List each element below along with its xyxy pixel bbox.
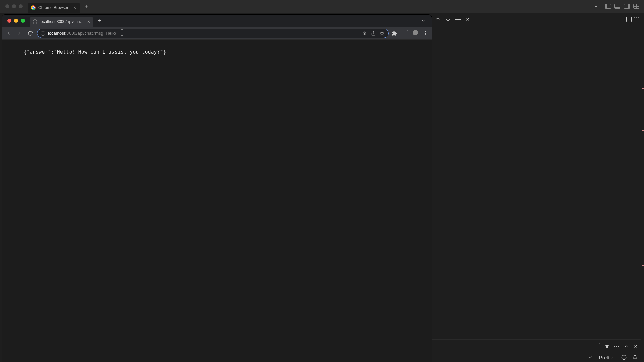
address-bar[interactable]: i localhost:3000/api/chat?msg=Hello <box>37 29 389 38</box>
right-panel-lower-toolbar <box>432 339 641 353</box>
close-icon[interactable]: × <box>73 5 76 10</box>
outer-titlebar: Chrome Browser × + <box>0 0 644 13</box>
url-text: localhost:3000/api/chat?msg=Hello <box>48 31 116 36</box>
layout-grid-icon[interactable] <box>633 4 639 9</box>
reload-button[interactable] <box>26 29 34 37</box>
panel-more-icon[interactable] <box>634 17 639 18</box>
forward-button[interactable] <box>15 29 24 37</box>
chrome-icon <box>31 5 36 10</box>
close-panel-icon[interactable] <box>465 17 470 22</box>
svg-marker-5 <box>380 31 384 35</box>
site-info-icon[interactable]: i <box>41 31 45 36</box>
browser-tab-label: localhost:3000/api/chat?msg= <box>40 19 85 24</box>
outer-tab-chrome[interactable]: Chrome Browser × <box>28 3 80 13</box>
prettier-status[interactable]: Prettier <box>599 355 615 360</box>
more-actions-icon[interactable] <box>614 346 619 347</box>
close-window-button[interactable] <box>7 19 11 23</box>
browser-tabs-dropdown[interactable] <box>418 18 429 23</box>
back-button[interactable] <box>5 29 13 37</box>
close-lower-panel-icon[interactable] <box>633 344 638 349</box>
close-tab-icon[interactable]: × <box>87 19 90 25</box>
check-icon <box>588 355 593 360</box>
svg-line-3 <box>366 34 367 35</box>
bell-icon[interactable] <box>633 355 637 360</box>
maximize-window-button[interactable] <box>21 19 25 23</box>
feedback-icon[interactable] <box>621 355 627 360</box>
page-body: {"answer":"Hello! How can I assist you t… <box>2 40 432 362</box>
minimap-marker <box>642 130 644 131</box>
toggle-bottom-panel-icon[interactable] <box>614 4 620 9</box>
profile-avatar-icon[interactable] <box>412 30 419 36</box>
browser-traffic-lights <box>5 19 28 23</box>
minimize-window-button[interactable] <box>14 19 18 23</box>
extensions-icon[interactable] <box>392 31 399 36</box>
globe-icon <box>33 19 37 24</box>
menu-icon[interactable] <box>455 18 461 21</box>
browser-toolbar: i localhost:3000/api/chat?msg=Hello <box>2 27 432 40</box>
status-bar: Prettier <box>432 353 641 362</box>
toggle-left-panel-icon[interactable] <box>605 4 611 9</box>
chrome-menu-icon[interactable] <box>422 31 429 35</box>
minimap-marker <box>642 265 644 266</box>
maximize-dot-icon[interactable] <box>19 4 23 8</box>
minimize-dot-icon[interactable] <box>12 4 16 8</box>
share-icon[interactable] <box>370 31 376 36</box>
outer-tab-label: Chrome Browser <box>38 5 68 10</box>
close-dot-icon[interactable] <box>5 4 9 8</box>
arrow-down-icon[interactable] <box>445 17 451 22</box>
browser-new-tab-button[interactable]: + <box>95 17 104 25</box>
tabs-dropdown-button[interactable] <box>591 4 601 9</box>
browser-window: localhost:3000/api/chat?msg= × + i local… <box>2 15 432 362</box>
layout-controls <box>603 4 641 9</box>
outer-traffic-lights <box>3 4 26 8</box>
response-text: {"answer":"Hello! How can I assist you t… <box>24 49 166 55</box>
panel-layout-icon[interactable] <box>626 17 632 24</box>
right-panel-top-toolbar <box>432 15 641 39</box>
browser-tabstrip: localhost:3000/api/chat?msg= × + <box>2 15 432 27</box>
split-panel-icon[interactable] <box>595 343 600 350</box>
chevron-up-icon[interactable] <box>624 344 629 349</box>
arrow-up-icon[interactable] <box>435 17 441 22</box>
browser-tab-localhost[interactable]: localhost:3000/api/chat?msg= × <box>30 17 93 27</box>
zoom-icon[interactable] <box>362 31 368 36</box>
svg-point-12 <box>622 355 626 359</box>
outer-new-tab-button[interactable]: + <box>82 2 90 11</box>
right-side-panel: Prettier <box>432 15 641 362</box>
minimap-marker <box>642 88 644 89</box>
bookmark-star-icon[interactable] <box>379 31 385 36</box>
toggle-right-panel-icon[interactable] <box>624 4 630 9</box>
trash-icon[interactable] <box>605 344 609 349</box>
side-panel-icon[interactable] <box>402 30 409 36</box>
right-panel-body <box>432 39 641 339</box>
